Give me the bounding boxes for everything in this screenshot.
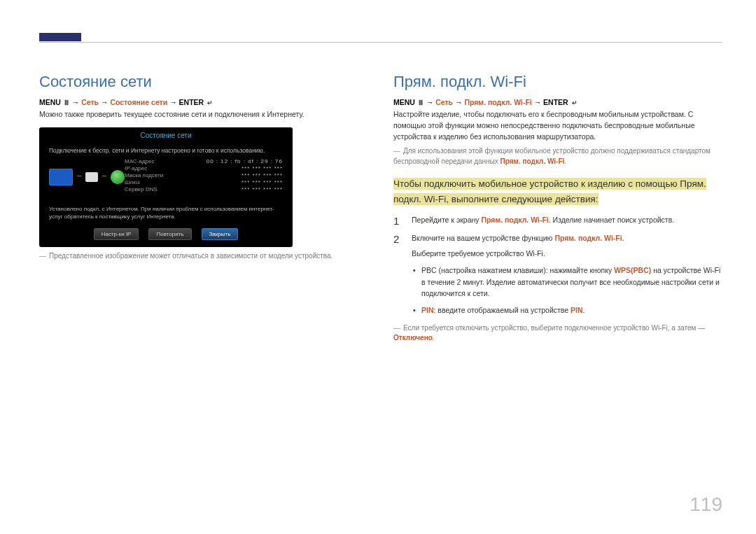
retry-button[interactable]: Повторить [148, 228, 191, 240]
section-title-network-status: Состояние сети [39, 73, 368, 91]
network-status-screenshot: Состояние сети Подключение к беспр. сети… [39, 127, 293, 247]
table-row: Маска подсети*** *** *** *** [125, 172, 283, 178]
image-disclaimer: ―Представленное изображение может отлича… [39, 251, 368, 262]
intro-text: Можно также проверить текущее состояние … [39, 109, 368, 120]
menu-path-network-status: MENU Ⅲ → Сеть → Состояние сети → ENTER ↵ [39, 98, 368, 106]
screenshot-table: MAC-адрес00 : 12 : fb : df : 29 : 76 IP-… [125, 158, 283, 193]
ip-settings-button[interactable]: Настр-ки IP [94, 228, 139, 240]
step-1: Перейдите к экрану Прям. подкл. Wi-Fi. И… [393, 214, 722, 225]
bullet-pin: PIN: введите отображаемый на устройстве … [412, 304, 722, 316]
menu-icon: Ⅲ [64, 99, 69, 106]
instruction-heading: Чтобы подключить мобильное устройство к … [393, 176, 722, 206]
path-seg-network: Сеть [81, 98, 99, 106]
enter-icon: ↵ [572, 99, 578, 106]
screenshot-title: Состояние сети [39, 127, 293, 142]
close-button[interactable]: Закрыть [202, 228, 239, 240]
screenshot-message: Установлено подкл. с Интернетом. При нал… [49, 206, 283, 221]
wifi-direct-intro: Настройте изделие, чтобы подключать его … [393, 109, 722, 142]
step-2: Включите на вашем устройстве функцию Пря… [393, 232, 722, 316]
menu-icon: Ⅲ [419, 99, 423, 106]
table-row: IP-адрес*** *** *** *** [125, 165, 283, 171]
table-row: MAC-адрес00 : 12 : fb : df : 29 : 76 [125, 158, 283, 164]
step-2-sub: Выберите требуемое устройство Wi-Fi. [412, 248, 722, 259]
path-enter-label: ENTER [179, 98, 204, 106]
wifi-direct-requirement-note: ―Для использования этой функции мобильно… [393, 146, 722, 167]
menu-path-wifi-direct: MENU Ⅲ → Сеть → Прям. подкл. Wi-Fi → ENT… [393, 98, 722, 106]
table-row: Сервер DNS*** *** *** *** [125, 186, 283, 192]
enter-icon: ↵ [207, 99, 213, 106]
path-menu-label: MENU [39, 98, 61, 106]
bullet-pbc: PBC (настройка нажатием клавиши): нажима… [412, 265, 722, 299]
screenshot-topology-icons [49, 161, 125, 193]
section-title-wifi-direct: Прям. подкл. Wi-Fi [393, 73, 722, 91]
header-accent [39, 33, 81, 41]
router-icon [85, 172, 98, 182]
header-rule [39, 42, 722, 43]
right-column: Прям. подкл. Wi-Fi MENU Ⅲ → Сеть → Прям.… [393, 63, 722, 348]
table-row: Шлюз*** *** *** *** [125, 179, 283, 185]
page-number: 119 [690, 493, 722, 516]
left-column: Состояние сети MENU Ⅲ → Сеть → Состояние… [39, 63, 368, 348]
tv-icon [49, 169, 73, 185]
instruction-steps: Перейдите к экрану Прям. подкл. Wi-Fi. И… [393, 214, 722, 316]
path-seg-status: Состояние сети [110, 98, 167, 106]
globe-icon [111, 170, 125, 184]
disconnect-note: ―Если требуется отключить устройство, вы… [393, 323, 722, 344]
screenshot-status-line: Подключение к беспр. сети и Интернету на… [49, 147, 283, 154]
